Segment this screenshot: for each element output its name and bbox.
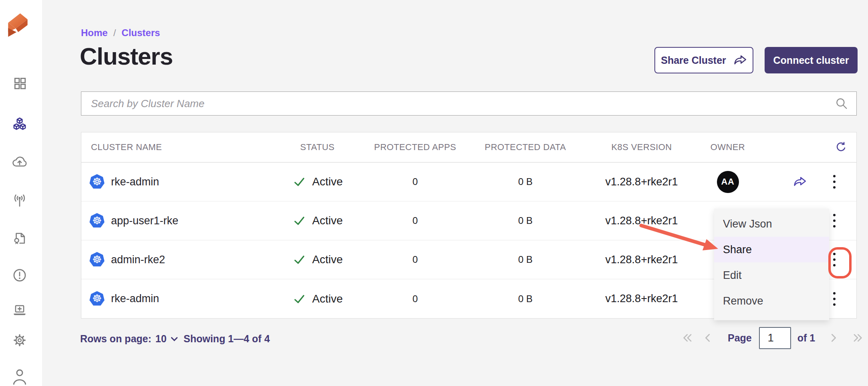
protected-data-value: 0 B <box>465 254 585 265</box>
breadcrumb-clusters-link[interactable]: Clusters <box>121 27 160 39</box>
double-chevron-left-icon <box>682 333 693 343</box>
pagination: Page of 1 <box>682 326 863 350</box>
chevron-right-icon <box>830 333 838 343</box>
sidebar-item-dashboard[interactable] <box>12 75 28 91</box>
protected-data-value: 0 B <box>465 176 585 187</box>
search-bar <box>81 91 857 116</box>
rows-per-page-value: 10 <box>155 333 167 345</box>
cluster-name: rke-admin <box>111 293 159 305</box>
broadcast-icon <box>12 193 27 207</box>
share-cluster-button-label: Share Cluster <box>661 55 726 66</box>
breadcrumb: Home / Clusters <box>81 27 160 39</box>
system-laptop-icon <box>12 303 27 317</box>
page-label: Page <box>728 332 752 344</box>
last-page-button[interactable] <box>852 333 863 343</box>
active-check-icon <box>294 294 305 304</box>
rows-per-page-select[interactable]: Rows on page: 10 <box>80 333 178 345</box>
refresh-button[interactable] <box>835 141 847 153</box>
protected-data-value: 0 B <box>465 293 585 305</box>
previous-page-button[interactable] <box>704 333 711 343</box>
app-logo[interactable] <box>5 10 29 39</box>
menu-item-remove[interactable]: Remove <box>714 288 829 314</box>
active-check-icon <box>294 255 305 264</box>
kubernetes-icon: ☸ <box>89 174 105 189</box>
sidebar-item-settings[interactable] <box>12 332 28 348</box>
chevron-left-icon <box>704 333 711 343</box>
protected-apps-value: 0 <box>365 215 465 226</box>
cluster-name: app-user1-rke <box>111 215 178 227</box>
column-header-status: STATUS <box>281 142 365 152</box>
active-check-icon <box>294 177 305 187</box>
page-number-input[interactable] <box>759 327 791 349</box>
kubernetes-icon: ☸ <box>89 213 105 228</box>
rows-per-page-label: Rows on page: <box>80 333 151 345</box>
clusters-page: Home / Clusters Clusters Share Cluster C… <box>0 0 868 386</box>
search-icon <box>835 97 848 110</box>
cluster-name: admin-rke2 <box>111 254 165 266</box>
column-header-k8s-version: K8S VERSION <box>585 142 698 152</box>
refresh-icon <box>835 141 847 153</box>
status-label: Active <box>312 175 343 188</box>
row-kebab-menu-button[interactable] <box>831 173 838 191</box>
row-kebab-menu-button[interactable] <box>831 290 838 308</box>
status-label: Active <box>312 293 343 305</box>
search-input[interactable] <box>81 91 857 116</box>
page-count-label: of 1 <box>797 332 815 344</box>
column-header-cluster-name: CLUSTER NAME <box>81 142 281 152</box>
chevron-down-icon <box>171 337 178 341</box>
next-page-button[interactable] <box>830 333 838 343</box>
cloud-upload-icon <box>12 154 27 168</box>
clusters-cubes-icon <box>12 117 27 132</box>
row-kebab-menu-button[interactable] <box>831 250 838 269</box>
column-header-protected-apps: PROTECTED APPS <box>365 142 465 152</box>
sidebar-item-telemetry[interactable] <box>12 192 28 208</box>
status-label: Active <box>312 214 343 227</box>
column-header-owner: OWNER <box>698 142 758 152</box>
menu-item-view-json[interactable]: View Json <box>714 211 829 237</box>
sidebar-item-profile[interactable] <box>12 368 28 386</box>
first-page-button[interactable] <box>682 333 693 343</box>
kubernetes-icon: ☸ <box>89 252 105 267</box>
menu-item-share[interactable]: Share <box>714 237 829 262</box>
user-profile-icon <box>12 368 28 386</box>
status-label: Active <box>312 253 343 266</box>
column-header-protected-data: PROTECTED DATA <box>465 142 585 152</box>
showing-range-label: Showing 1—4 of 4 <box>184 333 270 345</box>
row-kebab-menu-button[interactable] <box>831 211 838 230</box>
sidebar-item-system[interactable] <box>12 302 28 318</box>
breadcrumb-separator: / <box>113 27 116 39</box>
license-document-icon <box>12 231 27 245</box>
k8s-version-value: v1.28.8+rke2r1 <box>585 176 698 188</box>
owner-avatar: AA <box>717 171 739 193</box>
row-share-button[interactable] <box>793 176 807 187</box>
brand-ribbon-icon <box>5 10 29 39</box>
table-row[interactable]: ☸ rke-admin Active 0 0 B v1.28.8+rke2r1 … <box>81 163 856 201</box>
settings-gear-icon <box>12 333 27 347</box>
protected-apps-value: 0 <box>365 254 465 265</box>
active-check-icon <box>294 216 305 226</box>
alerts-icon <box>12 268 27 282</box>
share-forward-icon <box>733 55 747 66</box>
row-context-menu: View Json Share Edit Remove <box>714 209 829 320</box>
sidebar-item-licenses[interactable] <box>12 230 28 246</box>
k8s-version-value: v1.28.8+rke2r1 <box>585 293 698 305</box>
connect-cluster-button[interactable]: Connect cluster <box>765 47 858 73</box>
sidebar <box>0 0 42 386</box>
share-cluster-button[interactable]: Share Cluster <box>654 47 753 73</box>
cluster-name: rke-admin <box>111 176 159 188</box>
protected-data-value: 0 B <box>465 215 585 226</box>
protected-apps-value: 0 <box>365 293 465 305</box>
menu-item-edit[interactable]: Edit <box>714 262 829 288</box>
share-forward-icon <box>793 176 807 187</box>
breadcrumb-home-link[interactable]: Home <box>81 27 108 39</box>
double-chevron-right-icon <box>852 333 863 343</box>
k8s-version-value: v1.28.8+rke2r1 <box>585 254 698 266</box>
sidebar-item-backup-targets[interactable] <box>12 153 28 169</box>
k8s-version-value: v1.28.8+rke2r1 <box>585 215 698 227</box>
sidebar-item-clusters[interactable] <box>12 116 28 132</box>
kubernetes-icon: ☸ <box>89 291 105 307</box>
protected-apps-value: 0 <box>365 176 465 187</box>
table-header-row: CLUSTER NAME STATUS PROTECTED APPS PROTE… <box>81 132 856 163</box>
connect-cluster-button-label: Connect cluster <box>773 55 849 66</box>
sidebar-item-alerts[interactable] <box>12 267 28 283</box>
